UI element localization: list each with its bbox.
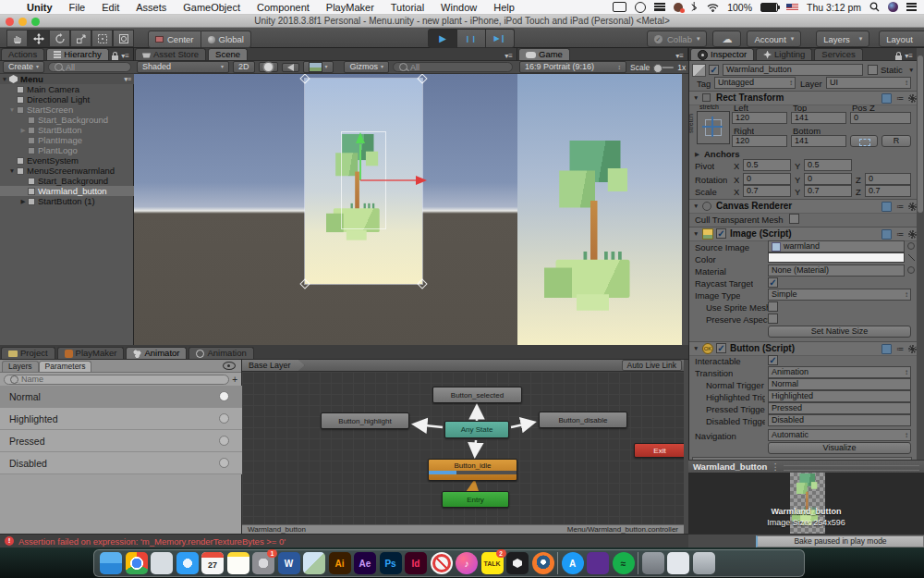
dock-chrome[interactable] <box>126 552 148 574</box>
rect-posz-field[interactable]: 0 <box>850 112 911 124</box>
dock-photos[interactable] <box>303 552 325 574</box>
state-button-selected[interactable]: Button_selected <box>432 387 522 403</box>
menu-edit[interactable]: Edit <box>102 2 119 13</box>
active-checkbox[interactable] <box>709 65 719 75</box>
scene-row-menu[interactable]: ▼ Menu ▾≡ <box>0 74 134 84</box>
parameter-radio[interactable] <box>219 458 229 468</box>
rect-top-field[interactable]: 141 <box>791 112 846 124</box>
menu-window[interactable]: Window <box>441 2 477 13</box>
pivot-x-field[interactable]: 0.5 <box>743 159 791 171</box>
state-button-highlight[interactable]: Button_highlight <box>321 412 409 429</box>
scene-menu-icon[interactable]: ▾≡ <box>124 76 134 83</box>
gear-icon[interactable] <box>908 230 917 239</box>
dock-after-effects[interactable]: Ae <box>354 552 376 574</box>
zoom-window-button[interactable] <box>31 18 40 26</box>
layer-dropdown[interactable]: UI <box>826 77 911 89</box>
dock-unity[interactable] <box>506 552 529 574</box>
minimize-window-button[interactable] <box>18 18 27 26</box>
hierarchy-item-startbutton-1[interactable]: ▶StartButton (1) <box>0 196 152 206</box>
tab-asset-store[interactable]: Asset Store <box>135 48 206 60</box>
disclosure-triangle-icon[interactable]: ▼ <box>7 167 17 174</box>
recording-app-icon[interactable] <box>674 3 683 12</box>
dock-photoshop[interactable]: Ps <box>380 552 402 574</box>
state-any-state[interactable]: Any State <box>444 421 509 438</box>
scale-y-field[interactable]: 0.7 <box>804 185 852 197</box>
hierarchy-item-eventsystem[interactable]: EventSystem <box>0 155 151 166</box>
effects-dropdown[interactable]: ▾ <box>303 61 334 73</box>
scale-slider[interactable] <box>653 67 674 68</box>
dock-spotify[interactable]: ≈ <box>613 552 635 574</box>
foldout-icon[interactable]: ▼ <box>693 230 699 237</box>
slider-knob[interactable] <box>653 64 663 73</box>
dock-kakaotalk[interactable]: TALK2 <box>481 552 504 574</box>
wifi-icon[interactable] <box>707 3 719 12</box>
source-image-field[interactable]: warmland <box>768 240 905 252</box>
hierarchy-item-directional-light[interactable]: Directional Light <box>0 94 151 105</box>
menu-tutorial[interactable]: Tutorial <box>391 2 424 13</box>
dock-utility[interactable] <box>642 552 664 574</box>
gear-icon[interactable] <box>908 94 917 103</box>
rotate-tool-button[interactable] <box>49 30 70 47</box>
dock-app-store[interactable]: A <box>562 552 584 574</box>
navigation-dropdown[interactable]: Automatic <box>768 429 911 441</box>
pressed-trigger-field[interactable]: Pressed <box>768 402 911 414</box>
rotation-x-field[interactable]: 0 <box>743 173 791 185</box>
transform-tool-button[interactable] <box>113 30 134 47</box>
lighting-toggle-button[interactable] <box>259 62 278 72</box>
menu-help[interactable]: Help <box>493 2 515 13</box>
spotlight-icon[interactable] <box>869 2 880 12</box>
tab-game[interactable]: Game <box>518 48 570 60</box>
lock-icon[interactable] <box>112 55 118 60</box>
foldout-icon[interactable]: ▼ <box>693 345 699 351</box>
tab-inspector[interactable]: Inspector <box>690 48 754 60</box>
menubar-clock[interactable]: Thu 3:12 pm <box>807 2 861 13</box>
dock-safari[interactable] <box>176 552 199 574</box>
battery-icon[interactable] <box>760 3 778 12</box>
canvas-handle-icon[interactable] <box>299 74 310 84</box>
hierarchy-item-main-camera[interactable]: Main Camera <box>0 84 151 94</box>
object-picker-icon[interactable] <box>907 266 915 274</box>
account-dropdown[interactable]: Account▾ <box>747 31 801 47</box>
help-icon[interactable] <box>881 229 892 240</box>
gizmos-dropdown[interactable]: Gizmos▾ <box>344 61 389 73</box>
input-language-flag-icon[interactable] <box>786 4 798 11</box>
interactable-checkbox[interactable] <box>768 355 778 365</box>
dock-preview[interactable] <box>151 552 173 574</box>
dock-itunes[interactable]: ♪ <box>456 552 478 574</box>
collab-button[interactable]: ✓Collab▾ <box>647 31 707 47</box>
move-tool-button[interactable] <box>28 30 49 47</box>
layout-dropdown[interactable]: Layout▾ <box>879 31 924 47</box>
add-parameter-button[interactable]: + <box>232 375 237 385</box>
color-swatch[interactable] <box>768 252 905 263</box>
dock-illustrator[interactable]: Ai <box>329 552 351 574</box>
bake-status-chip[interactable]: Bake paused in play mode <box>756 535 924 547</box>
presets-icon[interactable]: ≔ <box>896 345 904 353</box>
parameter-row-normal[interactable]: Normal <box>0 386 242 408</box>
canvas-handle-icon[interactable] <box>417 278 427 289</box>
normal-trigger-field[interactable]: Normal <box>768 378 911 390</box>
rotation-y-field[interactable]: 0 <box>804 173 852 185</box>
lock-icon[interactable] <box>895 55 902 60</box>
dock-system-preferences[interactable]: 1 <box>252 552 274 574</box>
camera-icon[interactable] <box>635 2 646 13</box>
disclosure-triangle-icon[interactable]: ▶ <box>18 198 28 205</box>
dock-blender[interactable] <box>532 552 554 574</box>
gear-icon[interactable] <box>908 203 917 211</box>
tab-animator[interactable]: Animator <box>126 347 187 359</box>
state-button-disable[interactable]: Button_disable <box>539 412 627 428</box>
console-statusbar[interactable]: ! Assertion failed on expression: 'm_Mem… <box>0 534 688 547</box>
state-button-idle[interactable]: Button_idle <box>428 459 517 481</box>
disabled-trigger-field[interactable]: Disabled <box>768 414 911 426</box>
dock-finder[interactable] <box>100 552 122 574</box>
menu-file[interactable]: File <box>69 2 86 13</box>
siri-icon[interactable] <box>888 2 898 12</box>
cloud-button[interactable]: ☁ <box>712 31 741 47</box>
game-scroll-strip[interactable] <box>682 74 688 345</box>
panel-menu-icon[interactable]: ▾≡ <box>505 52 513 60</box>
rotation-z-field[interactable]: 0 <box>865 173 911 185</box>
gameobject-name-field[interactable]: Warmland_button <box>723 64 863 76</box>
inspector-scrollbar[interactable] <box>917 48 924 460</box>
tag-dropdown[interactable]: Untagged <box>714 77 796 89</box>
pivot-y-field[interactable]: 0.5 <box>804 159 852 171</box>
raycast-checkbox[interactable] <box>768 277 778 288</box>
